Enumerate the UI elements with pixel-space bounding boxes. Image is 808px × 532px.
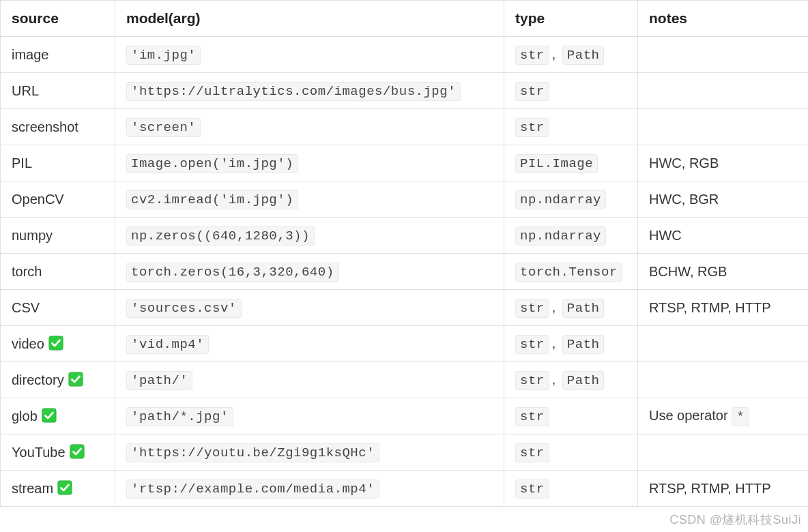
header-model: model(arg) bbox=[115, 1, 504, 37]
cell-notes bbox=[638, 326, 809, 362]
code-separator: , bbox=[549, 372, 562, 387]
code-value: * bbox=[732, 407, 749, 426]
code-value: 'path/' bbox=[126, 371, 192, 390]
cell-source: URL bbox=[1, 73, 115, 109]
code-value: str bbox=[515, 371, 549, 390]
code-value: str bbox=[515, 118, 549, 137]
cell-model: 'https://youtu.be/Zgi9g1ksQHc' bbox=[115, 434, 504, 471]
code-value: str bbox=[515, 82, 549, 101]
table-row: OpenCVcv2.imread('im.jpg')np.ndarrayHWC,… bbox=[1, 181, 809, 218]
notes-text: RTSP, RTMP, HTTP bbox=[649, 481, 771, 496]
code-value: PIL.Image bbox=[515, 154, 598, 173]
source-label: numpy bbox=[12, 228, 53, 243]
cell-notes: BCHW, RGB bbox=[638, 254, 809, 290]
code-value: str bbox=[515, 443, 549, 462]
cell-source: PIL bbox=[1, 145, 115, 181]
cell-notes: RTSP, RTMP, HTTP bbox=[638, 290, 809, 326]
cell-model: 'https://ultralytics.com/images/bus.jpg' bbox=[115, 73, 504, 109]
table-row: directory'path/'str, Path bbox=[1, 362, 809, 398]
cell-type: str, Path bbox=[504, 326, 638, 362]
cell-notes: RTSP, RTMP, HTTP bbox=[638, 471, 809, 507]
cell-source: screenshot bbox=[1, 109, 115, 145]
cell-notes bbox=[638, 362, 809, 398]
cell-notes: HWC, RGB bbox=[638, 145, 809, 181]
cell-type: np.ndarray bbox=[504, 218, 638, 254]
cell-source: glob bbox=[1, 398, 115, 434]
cell-model: 'sources.csv' bbox=[115, 290, 504, 326]
table-row: torchtorch.zeros(16,3,320,640)torch.Tens… bbox=[1, 254, 809, 290]
code-value: torch.Tensor bbox=[515, 263, 622, 282]
code-value: 'rtsp://example.com/media.mp4' bbox=[126, 479, 379, 499]
cell-model: np.zeros((640,1280,3)) bbox=[115, 218, 504, 254]
header-source: source bbox=[1, 1, 115, 37]
code-value: str bbox=[515, 479, 549, 499]
check-icon bbox=[48, 336, 63, 351]
code-value: Path bbox=[562, 46, 605, 65]
code-value: 'sources.csv' bbox=[126, 299, 242, 318]
cell-source: stream bbox=[1, 471, 115, 507]
notes-text: Use operator bbox=[649, 408, 732, 423]
code-value: 'im.jpg' bbox=[126, 46, 201, 65]
source-label: CSV bbox=[12, 300, 40, 315]
source-label: PIL bbox=[12, 156, 32, 171]
notes-text: BCHW, RGB bbox=[649, 264, 727, 279]
code-value: Path bbox=[562, 335, 605, 354]
source-label: glob bbox=[12, 409, 38, 424]
source-label: screenshot bbox=[12, 119, 78, 134]
cell-type: str, Path bbox=[504, 290, 638, 326]
code-value: Path bbox=[562, 299, 605, 318]
code-value: str bbox=[515, 335, 549, 354]
table-row: stream'rtsp://example.com/media.mp4'strR… bbox=[1, 471, 809, 507]
cell-type: PIL.Image bbox=[504, 145, 638, 181]
code-value: np.ndarray bbox=[515, 226, 606, 246]
source-label: OpenCV bbox=[12, 192, 64, 207]
code-value: np.ndarray bbox=[515, 190, 606, 209]
table-row: YouTube'https://youtu.be/Zgi9g1ksQHc'str bbox=[1, 434, 809, 471]
cell-type: str, Path bbox=[504, 362, 638, 398]
cell-type: str bbox=[504, 434, 638, 471]
source-label: image bbox=[12, 47, 48, 62]
cell-type: torch.Tensor bbox=[504, 254, 638, 290]
cell-model: 'rtsp://example.com/media.mp4' bbox=[115, 471, 504, 507]
source-label: torch bbox=[12, 264, 42, 279]
cell-model: 'path/' bbox=[115, 362, 504, 398]
cell-source: image bbox=[1, 37, 115, 73]
cell-model: torch.zeros(16,3,320,640) bbox=[115, 254, 504, 290]
code-value: str bbox=[515, 407, 549, 426]
check-icon bbox=[68, 372, 83, 387]
cell-type: str bbox=[504, 398, 638, 434]
cell-model: Image.open('im.jpg') bbox=[115, 145, 504, 181]
cell-type: str bbox=[504, 73, 638, 109]
cell-type: str bbox=[504, 471, 638, 507]
cell-notes: HWC, BGR bbox=[638, 181, 809, 218]
code-value: torch.zeros(16,3,320,640) bbox=[126, 263, 339, 282]
code-separator: , bbox=[549, 46, 562, 61]
cell-source: video bbox=[1, 326, 115, 362]
cell-model: 'screen' bbox=[115, 109, 504, 145]
cell-notes: HWC bbox=[638, 218, 809, 254]
cell-type: str, Path bbox=[504, 37, 638, 73]
sources-table: source model(arg) type notes image'im.jp… bbox=[0, 0, 808, 507]
table-row: numpynp.zeros((640,1280,3))np.ndarrayHWC bbox=[1, 218, 809, 254]
table-row: URL'https://ultralytics.com/images/bus.j… bbox=[1, 73, 809, 109]
code-separator: , bbox=[549, 299, 562, 314]
source-label: video bbox=[12, 336, 44, 351]
table-row: video'vid.mp4'str, Path bbox=[1, 326, 809, 362]
source-label: stream bbox=[12, 481, 53, 496]
cell-type: np.ndarray bbox=[504, 181, 638, 218]
code-value: cv2.imread('im.jpg') bbox=[126, 190, 298, 209]
cell-notes: Use operator * bbox=[638, 398, 809, 434]
header-notes: notes bbox=[638, 1, 809, 37]
check-icon bbox=[70, 444, 85, 459]
table-header-row: source model(arg) type notes bbox=[1, 1, 809, 37]
cell-notes bbox=[638, 434, 809, 471]
cell-notes bbox=[638, 37, 809, 73]
check-icon bbox=[42, 408, 57, 423]
cell-model: 'im.jpg' bbox=[115, 37, 504, 73]
code-value: 'vid.mp4' bbox=[126, 335, 209, 354]
source-label: URL bbox=[12, 83, 39, 98]
table-row: image'im.jpg'str, Path bbox=[1, 37, 809, 73]
cell-model: 'vid.mp4' bbox=[115, 326, 504, 362]
code-value: str bbox=[515, 299, 549, 318]
table-row: CSV'sources.csv'str, PathRTSP, RTMP, HTT… bbox=[1, 290, 809, 326]
